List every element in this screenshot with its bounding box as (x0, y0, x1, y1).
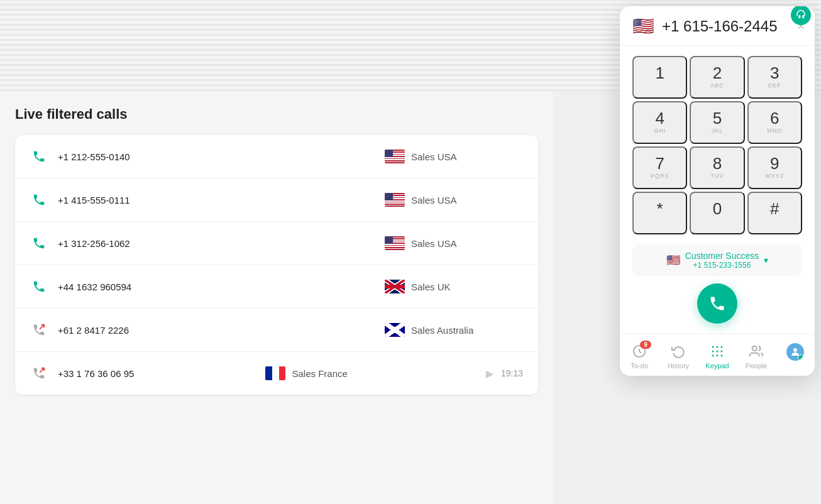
svg-rect-2 (717, 346, 719, 348)
call-number: +1 212-555-0140 (58, 151, 184, 162)
call-number: +61 2 8417 2226 (58, 325, 184, 336)
call-flag-group: Sales USA (385, 193, 523, 207)
call-flag-group: Sales USA (385, 150, 523, 163)
outgoing-call-icon (30, 364, 48, 382)
key-4[interactable]: 4 GHI (632, 101, 687, 144)
avatar (786, 343, 804, 361)
call-label: Sales UK (411, 282, 451, 292)
key-5[interactable]: 5 JKL (690, 101, 744, 144)
svg-rect-8 (717, 355, 719, 357)
nav-label-keypad: Keypad (705, 362, 729, 370)
key-2[interactable]: 2 ABC (690, 56, 744, 99)
key-9[interactable]: 9 WXYZ (747, 146, 802, 189)
nav-item-avatar[interactable] (776, 339, 815, 373)
play-button[interactable]: ▶ (486, 368, 493, 380)
history-icon (670, 343, 686, 359)
nav-item-todo[interactable]: 9 To-do (620, 339, 659, 373)
call-button[interactable] (697, 283, 737, 324)
call-label: Sales USA (411, 238, 457, 249)
call-label: Sales France (292, 368, 347, 379)
call-number: +1 312-256-1062 (58, 238, 184, 249)
flag-us (385, 193, 405, 207)
svg-rect-1 (712, 346, 714, 348)
nav-label-todo: To-do (631, 362, 648, 370)
svg-rect-9 (721, 355, 723, 357)
call-duration: 19:13 (501, 368, 523, 378)
incoming-call-icon (30, 234, 48, 252)
call-number: +44 1632 960594 (58, 282, 184, 292)
chevron-down-icon: ▾ (764, 255, 768, 265)
key-1[interactable]: 1 (632, 56, 687, 99)
svg-rect-7 (712, 355, 714, 357)
incoming-call-icon (30, 191, 48, 209)
main-content: Live filtered calls +1 212-555-0140 Sale… (0, 91, 553, 504)
table-row: +1 312-256-1062 Sales USA (15, 222, 538, 265)
key-6[interactable]: 6 MNO (747, 101, 802, 144)
nav-label-history: History (668, 362, 689, 370)
key-star[interactable]: * (632, 192, 687, 234)
call-flag-group: Sales USA (385, 236, 523, 250)
dialer-flag: 🇺🇸 (632, 18, 654, 35)
keypad-icon (709, 343, 725, 359)
from-number: +1 515-233-1556 (693, 261, 751, 270)
keypad: 1 2 ABC 3 DEF 4 GHI 5 JKL 6 MNO (620, 46, 815, 244)
call-flag-group: Sales UK (385, 280, 523, 293)
flag-au (385, 323, 405, 337)
svg-rect-6 (721, 351, 723, 353)
incoming-call-icon (30, 148, 48, 165)
key-hash[interactable]: # (747, 192, 802, 234)
table-row: +33 1 76 36 06 95 Sales France ▶ 19:13 (15, 352, 538, 395)
people-icon (748, 343, 764, 359)
svg-rect-4 (712, 351, 714, 353)
table-row: +44 1632 960594 Sales UK (15, 265, 538, 309)
keypad-grid: 1 2 ABC 3 DEF 4 GHI 5 JKL 6 MNO (632, 56, 802, 234)
svg-point-11 (793, 348, 797, 352)
call-label: Sales USA (411, 151, 457, 162)
call-number: +33 1 76 36 06 95 (58, 368, 184, 379)
from-flag: 🇺🇸 (666, 253, 680, 267)
flag-us (385, 150, 405, 163)
flag-us (385, 236, 405, 250)
dialer-header: 🇺🇸 +1 615-166-2445 × (620, 6, 815, 46)
nav-item-keypad[interactable]: Keypad (698, 339, 737, 373)
table-row: +1 212-555-0140 Sales USA (15, 135, 538, 178)
outgoing-call-icon (30, 321, 48, 339)
dialer-panel: 🇺🇸 +1 615-166-2445 × 1 2 ABC 3 DEF 4 GHI (620, 6, 815, 376)
nav-label-people: People (746, 362, 767, 370)
dialer-number: +1 615-166-2445 (662, 18, 802, 35)
call-flag-group: Sales Australia (385, 323, 523, 337)
call-flag-group: Sales France (265, 366, 404, 380)
key-8[interactable]: 8 TUV (690, 146, 744, 189)
from-name: Customer Success (685, 251, 759, 261)
from-number-selector[interactable]: 🇺🇸 Customer Success +1 515-233-1556 ▾ (632, 244, 802, 276)
call-label: Sales USA (411, 195, 457, 205)
table-row: +1 415-555-0111 Sales USA (15, 178, 538, 222)
nav-item-history[interactable]: History (659, 339, 698, 373)
flag-fr (265, 366, 285, 380)
page-title: Live filtered calls (15, 106, 538, 123)
call-number: +1 415-555-0111 (58, 195, 184, 205)
calls-list: +1 212-555-0140 Sales USA +1 415-555-011… (15, 135, 538, 395)
svg-rect-3 (721, 346, 723, 348)
dialer-nav: 9 To-do History (620, 334, 815, 376)
todo-badge: 9 (640, 341, 651, 349)
flag-uk (385, 280, 405, 293)
call-label: Sales Australia (411, 325, 473, 336)
key-3[interactable]: 3 DEF (747, 56, 802, 99)
nav-item-people[interactable]: People (737, 339, 776, 373)
svg-rect-5 (717, 351, 719, 353)
todo-icon: 9 (631, 343, 647, 359)
key-7[interactable]: 7 PQRS (632, 146, 687, 189)
key-0[interactable]: 0 (690, 192, 744, 234)
table-row: +61 2 8417 2226 Sales Australia (15, 309, 538, 352)
svg-point-10 (752, 346, 757, 351)
incoming-call-icon (30, 278, 48, 295)
